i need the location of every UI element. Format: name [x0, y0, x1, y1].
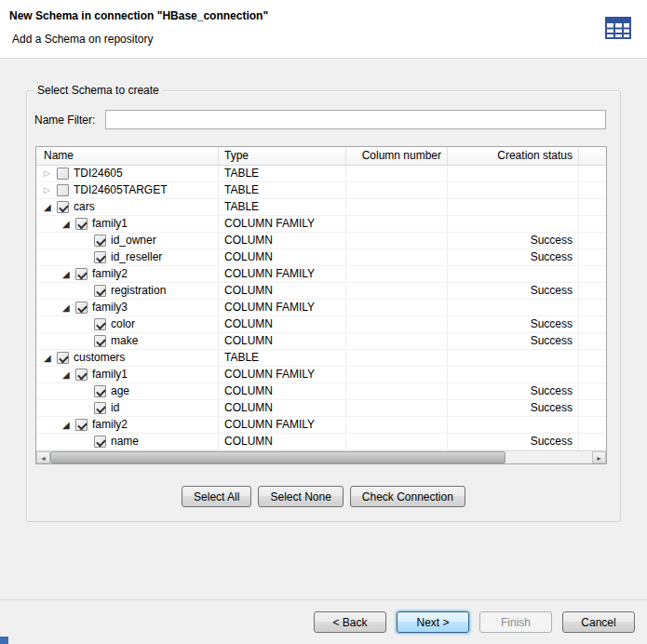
row-name: registration — [111, 283, 166, 299]
row-name-cell: make — [36, 333, 219, 349]
table-row[interactable]: ◢family2COLUMN FAMILY — [36, 417, 606, 434]
row-checkbox[interactable] — [57, 168, 69, 180]
row-type: COLUMN FAMILY — [219, 266, 346, 282]
table-row[interactable]: ▷TDI24605TABLE — [36, 166, 606, 182]
table-row[interactable]: ◢family3COLUMN FAMILY — [36, 300, 606, 316]
row-type: TABLE — [219, 350, 346, 366]
expanded-arrow-icon[interactable]: ◢ — [62, 367, 75, 382]
table-row[interactable]: ▷TDI24605TARGETTABLE — [36, 182, 606, 199]
row-creation-status — [448, 216, 579, 232]
expanded-arrow-icon[interactable]: ◢ — [62, 266, 75, 282]
table-header-row: NameTypeColumn numberCreation status — [36, 147, 606, 166]
select-none-button[interactable]: Select None — [258, 486, 343, 507]
column-header-creation-status[interactable]: Creation status — [448, 147, 579, 165]
row-filler — [579, 333, 606, 349]
row-name-cell: id — [36, 400, 219, 416]
row-checkbox[interactable] — [57, 201, 69, 213]
row-creation-status — [448, 417, 579, 433]
scrollbar-thumb[interactable] — [50, 451, 505, 463]
row-type: TABLE — [219, 166, 346, 181]
row-creation-status: Success — [448, 283, 579, 299]
collapsed-arrow-icon[interactable]: ▷ — [44, 182, 57, 198]
finish-button[interactable]: Finish — [479, 611, 552, 633]
row-checkbox[interactable] — [94, 235, 106, 247]
table-row[interactable]: ◢carsTABLE — [36, 199, 606, 216]
row-name-cell: ◢family1 — [36, 216, 219, 232]
next-button[interactable]: Next > — [397, 611, 469, 633]
row-checkbox[interactable] — [75, 302, 88, 314]
row-checkbox[interactable] — [94, 385, 106, 397]
row-filler — [579, 182, 606, 198]
row-checkbox[interactable] — [75, 419, 88, 431]
row-name: TDI24605TARGET — [74, 182, 167, 198]
page-subtitle: Add a Schema on repository — [12, 33, 153, 46]
expanded-arrow-icon[interactable]: ◢ — [62, 300, 75, 315]
row-type: COLUMN — [219, 316, 346, 332]
table-row[interactable]: ◢family1COLUMN FAMILY — [36, 216, 606, 233]
row-creation-status: Success — [448, 233, 579, 248]
row-checkbox[interactable] — [94, 285, 106, 297]
table-row[interactable]: colorCOLUMNSuccess — [36, 316, 606, 333]
table-row[interactable]: registrationCOLUMNSuccess — [36, 283, 606, 300]
collapsed-arrow-icon[interactable]: ▷ — [44, 166, 57, 181]
name-filter-input[interactable] — [105, 110, 606, 129]
scroll-left-arrow-icon[interactable]: ◄ — [36, 451, 50, 463]
table-row[interactable]: ◢family1COLUMN FAMILY — [36, 367, 606, 383]
select-all-button[interactable]: Select All — [182, 486, 251, 507]
row-checkbox[interactable] — [75, 268, 88, 280]
horizontal-scrollbar[interactable]: ◄ ► — [36, 450, 606, 463]
row-filler — [579, 400, 606, 416]
row-creation-status: Success — [448, 434, 579, 449]
row-creation-status — [448, 199, 579, 215]
row-checkbox[interactable] — [94, 318, 106, 330]
row-column-number — [346, 233, 448, 248]
table-row[interactable]: ageCOLUMNSuccess — [36, 383, 606, 400]
row-checkbox[interactable] — [94, 402, 106, 414]
column-header-type[interactable]: Type — [219, 147, 346, 165]
back-button[interactable]: < Back — [314, 611, 386, 633]
row-filler — [579, 249, 606, 265]
row-checkbox[interactable] — [94, 251, 106, 263]
table-row[interactable]: makeCOLUMNSuccess — [36, 333, 606, 350]
column-header-column-number[interactable]: Column number — [346, 147, 448, 165]
row-checkbox[interactable] — [94, 335, 106, 347]
row-column-number — [346, 400, 448, 416]
row-creation-status: Success — [448, 383, 579, 399]
table-row[interactable]: ◢customersTABLE — [36, 350, 606, 367]
expanded-arrow-icon[interactable]: ◢ — [62, 216, 75, 232]
row-name-cell: name — [36, 434, 219, 449]
row-checkbox[interactable] — [75, 369, 88, 381]
row-name-cell: color — [36, 316, 219, 332]
row-filler — [579, 350, 606, 366]
row-type: COLUMN — [219, 249, 346, 265]
row-filler — [579, 266, 606, 282]
table-row[interactable]: idCOLUMNSuccess — [36, 400, 606, 417]
row-checkbox[interactable] — [57, 352, 69, 364]
table-row[interactable]: id_ownerCOLUMNSuccess — [36, 233, 606, 249]
row-name: family2 — [92, 266, 128, 282]
row-checkbox[interactable] — [75, 218, 88, 230]
check-connection-button[interactable]: Check Connection — [350, 486, 465, 507]
column-header-name[interactable]: Name — [36, 147, 219, 165]
row-checkbox[interactable] — [57, 184, 69, 196]
table-row[interactable]: id_resellerCOLUMNSuccess — [36, 249, 606, 266]
table-row[interactable]: nameCOLUMNSuccess — [36, 434, 606, 450]
row-checkbox[interactable] — [94, 436, 106, 448]
row-column-number — [346, 350, 448, 366]
row-filler — [579, 166, 606, 181]
expanded-arrow-icon[interactable]: ◢ — [44, 350, 57, 366]
cancel-button[interactable]: Cancel — [562, 611, 635, 633]
row-column-number — [346, 367, 448, 382]
select-schema-groupbox: Select Schema to create Name Filter: Nam… — [26, 90, 621, 522]
row-name: family1 — [92, 216, 128, 232]
scrollbar-track[interactable] — [50, 451, 592, 463]
expanded-arrow-icon[interactable]: ◢ — [44, 199, 57, 215]
row-filler — [579, 367, 606, 382]
table-row[interactable]: ◢family2COLUMN FAMILY — [36, 266, 606, 283]
row-column-number — [346, 182, 448, 198]
row-filler — [579, 417, 606, 433]
row-column-number — [346, 266, 448, 282]
expanded-arrow-icon[interactable]: ◢ — [62, 417, 75, 433]
scroll-right-arrow-icon[interactable]: ► — [592, 451, 606, 463]
row-type: COLUMN — [219, 233, 346, 248]
